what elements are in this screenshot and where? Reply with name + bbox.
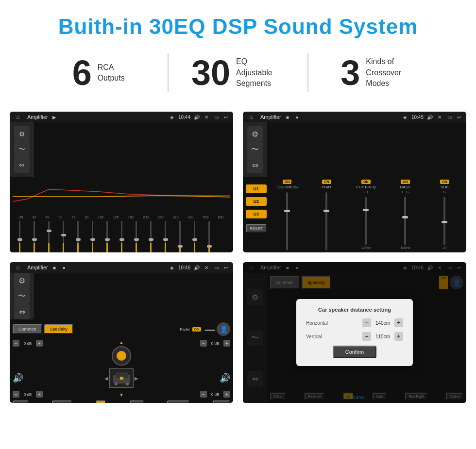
eq-home-icon[interactable]: ⌂ (14, 113, 22, 121)
eq-back-icon[interactable]: ↩ (222, 114, 229, 120)
speaker-icons-row: 🔊 ◀ (13, 368, 230, 388)
user-avatar-icon[interactable]: 👤 (217, 322, 230, 336)
vol-minus-tl[interactable]: − (13, 340, 19, 347)
all-btn[interactable]: All (96, 400, 106, 403)
page-title: Buith-in 30EQ DSP Sound System (0, 0, 476, 49)
svg-rect-5 (120, 377, 123, 380)
u1-button[interactable]: U1 (246, 184, 267, 193)
rearright-btn[interactable]: RearRight (167, 400, 189, 403)
vol-minus-tr[interactable]: − (200, 340, 207, 347)
vol-ctrl-br: − 0 dB + (200, 391, 230, 398)
u-buttons-col: U1 U2 U3 RESET (246, 180, 267, 252)
common-speaker-icon: 🔊 (193, 264, 200, 271)
confirm-button[interactable]: Confirm (333, 346, 377, 358)
stat-rca: 6 RCAOutputs (29, 55, 168, 90)
fader-right-arrow[interactable]: ▶ (135, 376, 138, 381)
common-arrows-icon[interactable]: ⇔ (14, 304, 30, 319)
vol-plus-tl[interactable]: + (36, 340, 43, 347)
phat-channel: ON PHAT 48 (308, 180, 345, 252)
amp-wave-icon[interactable]: 〜 (247, 142, 263, 157)
vertical-row: Vertical − 110cm + (306, 332, 403, 341)
amp-home-icon[interactable]: ⌂ (247, 113, 255, 121)
amp-back-icon[interactable]: ↩ (456, 114, 462, 120)
eq-slider-3[interactable]: 5 (56, 221, 70, 252)
eq-slider-13[interactable]: -1 (202, 221, 216, 252)
amp-arrows-icon[interactable]: ⇔ (247, 157, 263, 173)
vol-plus-tr[interactable]: + (223, 340, 230, 347)
vol-plus-bl[interactable]: + (36, 391, 43, 398)
copilot-btn[interactable]: Copilot (213, 400, 230, 403)
eq-slider-12[interactable]: 0 (187, 221, 201, 252)
sub-slider[interactable] (443, 197, 445, 245)
vol-ctrl-tl: − 0 dB + (13, 340, 43, 347)
horizontal-plus-btn[interactable]: + (394, 318, 403, 327)
sub-channel: ON SUB G 20 (426, 180, 463, 252)
common-back-icon[interactable]: ↩ (222, 264, 229, 271)
common-tab-btn[interactable]: Common (13, 324, 42, 334)
rearleft-btn[interactable]: RearLeft (52, 400, 72, 403)
eq-slider-7[interactable]: 0 (115, 221, 128, 252)
amp-x-icon: ✕ (436, 114, 443, 120)
amp-main-content: U1 U2 U3 RESET ON LOUDNESS (243, 177, 466, 252)
eq-slider-6[interactable]: 0 (100, 221, 114, 252)
eq-wave-icon[interactable]: 〜 (14, 142, 30, 157)
common-wave-icon[interactable]: 〜 (14, 288, 30, 304)
cutfreq-slider[interactable] (365, 197, 367, 245)
vol-ctrl-tr: − 0 dB + (200, 340, 230, 347)
vertical-plus-btn[interactable]: + (394, 332, 403, 341)
eq-slider-9[interactable]: 0 (144, 221, 157, 252)
horizontal-minus-btn[interactable]: − (362, 318, 371, 327)
cutfreq-on-badge: ON (361, 180, 371, 184)
loudness-slider[interactable] (286, 192, 288, 250)
common-time: 10:46 (178, 265, 190, 270)
eq-slider-5[interactable]: 0 (85, 221, 99, 252)
common-dot-icon: ● (61, 264, 68, 271)
common-home-icon[interactable]: ⌂ (14, 263, 22, 272)
bass-channel: ON BASS F G 100Hz (387, 180, 424, 252)
vertical-minus-btn[interactable]: − (362, 332, 371, 341)
user-btn[interactable]: User (130, 400, 144, 403)
u2-button[interactable]: U2 (246, 197, 267, 206)
stat-crossover: 3 Kinds ofCrossover Modes (308, 55, 447, 90)
specialty-tab-btn[interactable]: Specialty (44, 324, 74, 334)
stats-row: 6 RCAOutputs 30 EQ AdjustableSegments 3 … (0, 49, 476, 107)
fader-circle[interactable] (112, 346, 131, 366)
bass-slider[interactable] (404, 197, 406, 245)
vol-minus-bl[interactable]: − (13, 391, 19, 398)
common-status-bar: ⌂ Amplifier ■ ● ◈ 10:46 🔊 ✕ ▭ ↩ (10, 262, 233, 273)
amp-location-icon: ◈ (402, 114, 408, 120)
fader-left-arrow[interactable]: ◀ (104, 376, 108, 381)
eq-slider-10[interactable]: 0 (158, 221, 172, 252)
eq-freq-labels: 25 32 40 50 63 80 100 125 160 200 250 32… (13, 216, 230, 219)
fader-down-arrow[interactable]: ▼ (119, 392, 124, 398)
vol-plus-br[interactable]: + (223, 391, 230, 398)
eq-slider-4[interactable]: 0 (71, 221, 85, 252)
vol-minus-br[interactable]: − (200, 391, 207, 398)
phat-slider[interactable] (325, 192, 327, 250)
fader-up-arrow[interactable]: ▲ (119, 340, 124, 345)
eq-slider-0[interactable]: 0 (13, 221, 26, 252)
common-settings-icon[interactable]: ⚙ (14, 273, 30, 288)
bass-on-badge: ON (401, 180, 410, 184)
eq-slider-11[interactable]: -1 (173, 221, 187, 252)
eq-slider-2[interactable]: 0 (42, 221, 55, 252)
eq-arrows-icon[interactable]: ⇔ (14, 157, 30, 173)
vol-ctrl-bl: − 0 dB + (13, 391, 43, 398)
u3-button[interactable]: U3 (246, 210, 267, 218)
amp-speaker-icon: 🔊 (426, 114, 433, 120)
amp-time: 10:45 (411, 115, 424, 120)
amp-settings-icon[interactable]: ⚙ (247, 126, 263, 142)
freq-400: 400 (188, 216, 194, 219)
stat-rca-number: 6 (72, 55, 92, 90)
dialog-title: Car speaker distance setting (306, 307, 403, 313)
phat-val: 48 (324, 251, 328, 252)
dialog-overlay: Car speaker distance setting Horizontal … (243, 262, 466, 403)
driver-btn[interactable]: Driver (13, 400, 29, 403)
eq-left-panel: ⚙ 〜 ⇔ (10, 122, 34, 177)
common-minimize-icon: ▭ (213, 264, 220, 271)
eq-slider-8[interactable]: 0 (129, 221, 143, 252)
eq-settings-icon[interactable]: ⚙ (14, 126, 30, 142)
eq-slider-1[interactable]: 0 (27, 221, 41, 252)
top-row: − 0 dB + ▲ − 0 dB (13, 340, 230, 366)
amp-reset-btn[interactable]: RESET (246, 224, 267, 233)
